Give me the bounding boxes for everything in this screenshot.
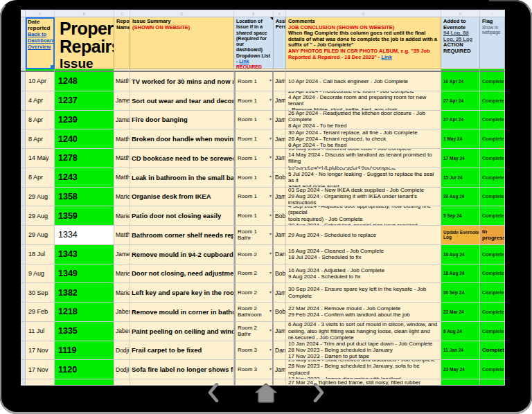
cell-issue-no[interactable]: 1334 bbox=[55, 226, 114, 245]
cell-location[interactable]: Room 1▾ bbox=[234, 168, 274, 188]
cell-issue-summary[interactable]: Frail carpet to be fixed bbox=[130, 341, 234, 361]
cell-date[interactable]: 4 Apr bbox=[26, 91, 55, 111]
cell-evernote[interactable]: 30 Aug 24 bbox=[441, 188, 480, 207]
cell-evernote[interactable]: Update Evernote Log bbox=[441, 226, 480, 245]
cell-evernote[interactable]: 22 Mar 24 bbox=[441, 303, 480, 322]
cell-flag[interactable]: Complete bbox=[480, 283, 505, 303]
cell-issue-summary[interactable]: Left key and spare key in the room bbox=[130, 283, 234, 303]
location-link[interactable]: Link bbox=[239, 59, 249, 64]
cell-issue-no[interactable]: 1237 bbox=[55, 91, 114, 111]
dropdown-arrow-icon[interactable]: ▾ bbox=[269, 174, 272, 180]
cell-evernote[interactable]: 18 Aug 24 bbox=[441, 264, 480, 284]
dropdown-arrow-icon[interactable]: ▾ bbox=[269, 289, 272, 296]
cell-date[interactable]: 8 Apr bbox=[26, 111, 55, 130]
dropdown-arrow-icon[interactable]: ▾ bbox=[269, 308, 272, 314]
cell-evernote[interactable]: 27 Apr 24 bbox=[441, 111, 480, 130]
header-issue-no[interactable]: Property Repairs Issue No. bbox=[55, 17, 114, 69]
cell-issue-summary[interactable]: Paint peeling on ceiling and window and … bbox=[130, 322, 234, 341]
cell-issue-no[interactable]: 1243 bbox=[55, 168, 114, 188]
column-letter-strip[interactable]: ABCDEFGHI bbox=[21, 10, 505, 17]
header-location[interactable]: Location of Issue if in a shared space (… bbox=[234, 17, 274, 69]
cell-issue-no[interactable]: 1240 bbox=[55, 129, 114, 149]
cell-issue-summary[interactable]: Door not closing, need adjustment bbox=[130, 264, 234, 284]
cell-date[interactable]: 17 Nov bbox=[26, 341, 55, 361]
cell-issue-summary[interactable]: Leak in bathroom in the small basin bbox=[130, 168, 234, 188]
dropdown-arrow-icon[interactable]: ▾ bbox=[269, 231, 272, 237]
cell-comments[interactable]: 4 Sep 2024 - Adjusted door appropriately… bbox=[286, 206, 441, 226]
cell-comments[interactable]: 10 Jan 2024 - Trim and put duct tape dow… bbox=[286, 341, 441, 361]
cell-date[interactable]: 14 May bbox=[26, 149, 55, 168]
cell-location[interactable]: Room 2▾ bbox=[234, 283, 274, 303]
dropdown-arrow-icon[interactable]: ▾ bbox=[269, 116, 272, 123]
cell-issue-no[interactable]: 1343 bbox=[55, 245, 114, 264]
cell-evernote[interactable]: 30 Sep 24 bbox=[441, 283, 480, 303]
cell-comments[interactable]: 16 Aug 2024 - Adjusted - Job Complete 9 … bbox=[286, 264, 441, 284]
cell-flag[interactable]: In progress bbox=[480, 226, 505, 245]
cell-assigned-person[interactable]: Jame bbox=[274, 72, 286, 91]
nav-forward-button[interactable] bbox=[303, 380, 335, 405]
cell-date[interactable]: 18 Jul bbox=[26, 245, 55, 264]
cell-assigned-person[interactable]: Jame bbox=[274, 149, 286, 168]
cell-issue-no[interactable]: 1359 bbox=[55, 206, 114, 226]
cell-comments[interactable]: 30 Apr 2024 - Tenant replace, all fine -… bbox=[286, 129, 441, 149]
cell-comments[interactable]: 10 Apr 2024 - Call back engineer - Job C… bbox=[286, 72, 441, 91]
cell-location[interactable]: Room 1 Bathr▾ bbox=[234, 226, 274, 245]
cell-assigned-person[interactable]: Jame bbox=[274, 226, 286, 245]
cell-reporter-name[interactable]: Marie bbox=[114, 206, 130, 226]
cell-date[interactable]: 29 Aug bbox=[26, 206, 55, 226]
cell-location[interactable]: Room 3▾ bbox=[234, 341, 274, 361]
cell-location[interactable]: Room 1▾ bbox=[234, 72, 274, 91]
cell-date[interactable]: 29 Aug bbox=[26, 226, 55, 245]
cell-location[interactable]: Room 2▾ bbox=[234, 245, 274, 264]
header-evernote[interactable]: Added to Evernote 94 Log, 88 Log, 35 Log… bbox=[441, 17, 480, 69]
cell-issue-no[interactable]: 1278 bbox=[55, 149, 114, 168]
cell-issue-summary[interactable]: CD bookcase need to be screwed to wall bbox=[130, 149, 234, 168]
column-letter[interactable]: H bbox=[441, 10, 480, 17]
cell-location[interactable]: Room 1▾ bbox=[234, 188, 274, 207]
cell-reporter-name[interactable]: Dodji bbox=[114, 341, 130, 361]
header-assigned-person[interactable]: Assigned Person bbox=[274, 17, 286, 69]
cell-issue-no[interactable]: 1382 bbox=[55, 283, 114, 303]
dropdown-arrow-icon[interactable]: ▾ bbox=[269, 327, 272, 334]
back-to-dashboards-link[interactable]: Back to Dashboards Overview bbox=[28, 31, 48, 50]
cell-issue-no[interactable]: 1349 bbox=[55, 264, 114, 284]
cell-reporter-name[interactable]: Matth bbox=[114, 149, 130, 168]
cell-comments[interactable]: 29 Aug 2024 - Scheduled to replace bbox=[286, 226, 441, 245]
dropdown-arrow-icon[interactable]: ▾ bbox=[269, 78, 272, 84]
column-letter[interactable]: F bbox=[274, 10, 286, 17]
cell-assigned-person[interactable]: Bob bbox=[274, 303, 286, 322]
cell-assigned-person[interactable]: Jame bbox=[274, 129, 286, 149]
cell-reporter-name[interactable]: Marie bbox=[114, 283, 130, 303]
cell-location[interactable]: Room 2 Bathr▾ bbox=[234, 322, 274, 341]
cell-reporter-name[interactable]: Jame bbox=[114, 91, 130, 111]
cell-location[interactable]: Room 1▾ bbox=[234, 129, 274, 149]
cell-flag[interactable]: Complete bbox=[480, 149, 505, 168]
cell-comments[interactable]: 16 Aug 2024 - Cleaned - Job Complete 18 … bbox=[286, 245, 441, 264]
cell-evernote[interactable]: 27 Apr 24 bbox=[441, 91, 480, 111]
cell-flag[interactable]: Complete bbox=[480, 168, 505, 188]
dropdown-arrow-icon[interactable]: ▾ bbox=[269, 154, 272, 161]
cell-evernote[interactable]: 11 Jan 24 bbox=[441, 341, 480, 361]
cell-comments[interactable]: 26 Apr 2024 - Redecorate the room - Job … bbox=[286, 91, 441, 111]
cell-flag[interactable]: Complete bbox=[480, 206, 505, 226]
cell-comments[interactable]: 6 Aug 2024 - 3 visits to sort out mould … bbox=[286, 322, 441, 341]
cell-flag[interactable]: Complete bbox=[480, 322, 505, 341]
cell-flag[interactable]: Complete bbox=[480, 303, 505, 322]
cell-location[interactable]: Room 2▾ bbox=[234, 264, 274, 284]
header-issue-summary[interactable]: Issue Summary (SHOWN ON WEBSITE) bbox=[130, 17, 234, 69]
dropdown-arrow-icon[interactable]: ▾ bbox=[269, 213, 272, 219]
column-letter[interactable]: D bbox=[130, 10, 234, 17]
column-letter[interactable]: G bbox=[286, 10, 441, 17]
cell-issue-summary[interactable]: TV worked for 30 mins and now not workin bbox=[130, 72, 234, 91]
column-letter[interactable]: B bbox=[55, 10, 114, 17]
cell-flag[interactable]: Complete bbox=[480, 111, 505, 130]
cell-evernote[interactable]: 10 Apr 24 bbox=[441, 72, 480, 91]
column-letter[interactable]: I bbox=[480, 10, 505, 17]
cell-location[interactable]: Room 1▾ bbox=[234, 149, 274, 168]
cell-issue-no[interactable]: 1119 bbox=[55, 341, 114, 361]
column-letter[interactable]: A bbox=[26, 10, 55, 17]
cell-assigned-person[interactable]: Bob bbox=[274, 264, 286, 284]
dropdown-arrow-icon[interactable]: ▾ bbox=[269, 251, 272, 257]
cell-reporter-name[interactable]: Matth bbox=[114, 72, 130, 91]
cell-issue-summary[interactable]: Bathroom corner shelf needs replacing as bbox=[130, 226, 234, 245]
